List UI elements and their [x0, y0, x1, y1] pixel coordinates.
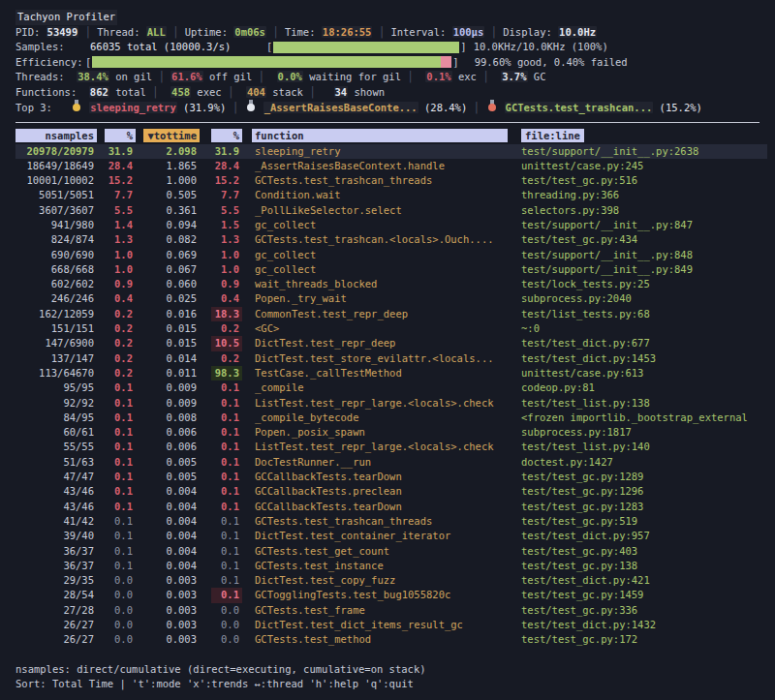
- table-row[interactable]: 60/610.10.0060.1Popen._posix_spawnsubpro…: [16, 425, 767, 440]
- cell-p2: 1.0: [211, 248, 242, 262]
- column-header-tottime-sorted[interactable]: ▼tottime: [143, 129, 200, 142]
- table-row[interactable]: 43/460.10.0040.1GCCallbackTests.tearDown…: [16, 500, 767, 514]
- text-segment: stack: [266, 86, 309, 98]
- cell-tot: 1.000: [143, 173, 200, 188]
- column-header-direct-percent[interactable]: %: [105, 129, 136, 142]
- cell-file: test/test_gc.py:519: [521, 514, 767, 529]
- table-row[interactable]: 36/370.10.0040.1GCTests.test_instancetes…: [16, 559, 767, 573]
- column-header-nsamples[interactable]: nsamples: [16, 129, 97, 142]
- cell-p1: 0.2: [105, 366, 136, 380]
- footer-legend: nsamples: direct/cumulative (direct=exec…: [16, 662, 767, 678]
- table-row[interactable]: 668/6681.00.0671.0gc_collecttest/support…: [16, 262, 767, 277]
- cell-ns: 51/63: [16, 455, 97, 470]
- text-segment: [264, 71, 277, 82]
- table-header-row: nsamples % ▼tottime % function file:line: [16, 128, 767, 143]
- table-row[interactable]: 3607/36075.50.3615.5_PollLikeSelector.se…: [16, 203, 767, 218]
- samples-bar-open-bracket: [: [266, 40, 272, 55]
- text-segment: Thread:: [91, 26, 146, 38]
- table-row[interactable]: 39/400.10.0040.1DictTest.test_container_…: [16, 529, 767, 543]
- table-row[interactable]: 26/270.00.0030.0DictTest.test_dict_items…: [16, 618, 767, 632]
- cell-ns: 84/95: [16, 411, 97, 425]
- text-segment: 34: [334, 86, 349, 98]
- cell-p1: 0.1: [105, 529, 136, 543]
- table-row[interactable]: 246/2460.40.0250.4Popen._try_waitsubproc…: [16, 291, 767, 306]
- cell-p1: 0.1: [105, 500, 136, 514]
- table-row[interactable]: 10001/1000215.21.00015.2GCTests.test_tra…: [16, 173, 767, 188]
- table-row[interactable]: 26/270.00.0030.0GCTests.test_methodtest/…: [16, 632, 767, 647]
- table-row[interactable]: 95/950.10.0090.1_compilecodeop.py:81: [16, 380, 767, 395]
- table-row[interactable]: 29/350.00.0030.1DictTest.test_copy_fuzzt…: [16, 573, 767, 588]
- cell-tot: 0.014: [143, 351, 200, 366]
- table-row[interactable]: 18649/1864928.41.86528.4_AssertRaisesBas…: [16, 159, 767, 173]
- cell-ns: 824/874: [16, 232, 97, 247]
- text-segment: 38.4%: [77, 71, 109, 82]
- text-segment: 18:26:55: [322, 26, 373, 38]
- cell-fn: GCTests.test_trashcan_threads: [252, 514, 508, 529]
- cell-tot: 0.004: [143, 514, 200, 529]
- text-segment: GC: [528, 71, 546, 82]
- table-row[interactable]: 28/540.00.0030.1GCTogglingTests.test_bug…: [16, 588, 767, 602]
- cell-file: test/test_dict.py:1432: [521, 618, 767, 632]
- cell-file: test/test_gc.py:1289: [521, 470, 767, 484]
- column-header-file-line[interactable]: file:line: [521, 129, 584, 142]
- table-row[interactable]: 602/6020.90.0600.9wait_threads_blockedte…: [16, 277, 767, 291]
- cell-ns: 690/690: [16, 248, 97, 262]
- text-segment: exec: [191, 86, 228, 98]
- cell-p1: 28.4: [105, 159, 136, 173]
- table-row[interactable]: 690/6901.00.0691.0gc_collecttest/support…: [16, 248, 767, 262]
- table-row[interactable]: 137/1470.20.0140.2DictTest.test_store_ev…: [16, 351, 767, 366]
- table-row[interactable]: 47/470.10.0050.1GCCallbackTests.tearDown…: [16, 470, 767, 484]
- text-segment: GCTests.test_trashcan...: [505, 102, 654, 113]
- text-segment: (15.2%): [653, 102, 702, 113]
- cell-file: test/test_dict.py:1453: [521, 351, 767, 366]
- cell-p1: 0.1: [105, 411, 136, 425]
- column-header-function[interactable]: function: [252, 129, 508, 142]
- column-header-cumulative-percent[interactable]: %: [211, 129, 242, 142]
- table-row[interactable]: 941/9801.40.0941.5gc_collecttest/support…: [16, 218, 767, 232]
- cell-fn: Popen._posix_spawn: [252, 425, 508, 440]
- text-segment: off gil: [203, 71, 259, 82]
- cell-p1: 0.2: [105, 307, 136, 321]
- table-row[interactable]: 43/460.10.0040.1GCCallbackTests.preclean…: [16, 484, 767, 499]
- table-row[interactable]: 824/8741.30.0821.3GCTests.test_trashcan.…: [16, 232, 767, 247]
- table-row[interactable]: 41/420.10.0040.1GCTests.test_trashcan_th…: [16, 514, 767, 529]
- cell-file: test/support/__init__.py:849: [521, 262, 767, 277]
- cell-ns: 41/42: [16, 514, 97, 529]
- table-row[interactable]: 151/1510.20.0150.2<GC>~:0: [16, 321, 767, 336]
- cell-p2: 28.4: [211, 159, 242, 173]
- functions-line: Functions: 862 total │ 458 exec │ 404 st…: [16, 85, 767, 101]
- table-row[interactable]: 55/550.10.0060.1ListTest.test_repr_large…: [16, 440, 767, 454]
- cell-p2: 18.3: [211, 307, 242, 321]
- cell-ns: 113/64670: [16, 366, 97, 380]
- cell-tot: 0.003: [143, 618, 200, 632]
- cell-p2: 0.1: [211, 396, 242, 411]
- table-row[interactable]: 27/280.00.0030.0GCTests.test_frametest/t…: [16, 603, 767, 618]
- cell-tot: 1.865: [143, 159, 200, 173]
- cell-p2: 0.1: [211, 529, 242, 543]
- cell-p2: 0.0: [211, 603, 242, 618]
- cell-fn: ListTest.test_repr_large.<locals>.check: [252, 440, 508, 454]
- cell-p2: 0.4: [211, 291, 242, 306]
- samples-rate-text: 10.0KHz/10.0KHz (100%): [474, 40, 608, 55]
- table-row[interactable]: 84/950.10.0080.1_compile_bytecode<frozen…: [16, 411, 767, 425]
- cell-p2: 0.2: [211, 351, 242, 366]
- cell-ns: 10001/10002: [16, 173, 97, 188]
- table-row[interactable]: 36/370.10.0040.1GCTests.test_get_countte…: [16, 544, 767, 559]
- cell-p2: 0.2: [211, 321, 242, 336]
- table-row[interactable]: 113/646700.20.01198.3TestCase._callTestM…: [16, 366, 767, 380]
- pid-line: PID: 53499 │ Thread: ALL │ Uptime: 0m06s…: [16, 25, 767, 41]
- table-row[interactable]: 147/69000.20.01510.5DictTest.test_repr_d…: [16, 336, 767, 350]
- text-segment: 404: [246, 86, 266, 98]
- table-row[interactable]: 20978/2097931.92.09831.9sleeping_retryte…: [16, 144, 767, 159]
- table-row[interactable]: 92/920.10.0090.1ListTest.test_repr_large…: [16, 396, 767, 411]
- table-row[interactable]: 51/630.10.0050.1DocTestRunner.__rundocte…: [16, 455, 767, 470]
- title-line: Tachyon Profiler: [16, 10, 767, 25]
- cell-fn: Condition.wait: [252, 188, 508, 202]
- cell-ns: 43/46: [16, 484, 97, 499]
- cell-p2: 0.1: [211, 514, 242, 529]
- cell-ns: 36/37: [16, 544, 97, 559]
- cell-p1: 31.9: [105, 144, 136, 159]
- table-row[interactable]: 162/120590.20.01618.3CommonTest.test_rep…: [16, 307, 767, 321]
- text-segment: [257, 102, 263, 113]
- table-row[interactable]: 5051/50517.70.5057.7Condition.waitthread…: [16, 188, 767, 202]
